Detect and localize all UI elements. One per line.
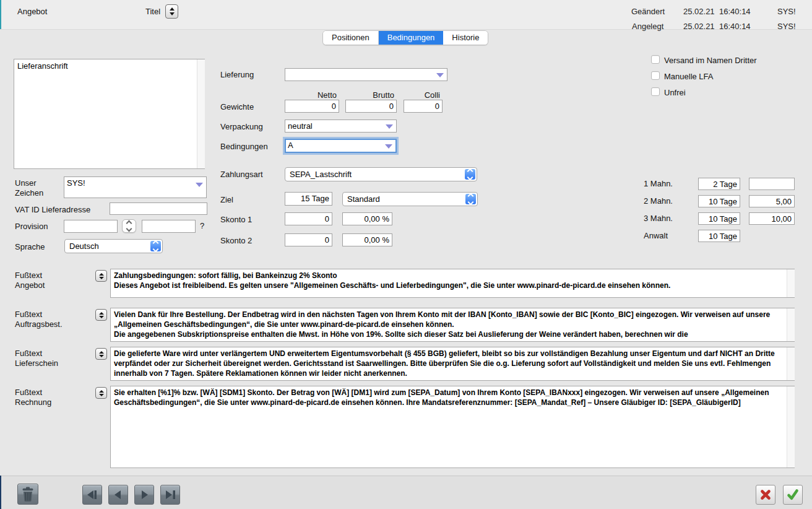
mahn2-label: 2 Mahn.	[644, 196, 673, 206]
provision-stepper[interactable]	[122, 219, 136, 233]
bedingungen-combobox[interactable]: A	[285, 139, 397, 153]
checkbox-versand-dritter-label: Versand im Namen Dritter	[664, 56, 757, 66]
next-record-button[interactable]	[134, 485, 154, 505]
gewichte-label: Gewichte	[220, 102, 254, 112]
checkbox-unfrei-label: Unfrei	[664, 88, 686, 98]
titel-stepper[interactable]	[165, 4, 178, 19]
mahn1-label: 1 Mahn.	[644, 179, 673, 189]
colli-field[interactable]: 0	[404, 100, 443, 113]
tab-bedingungen[interactable]: Bedingungen	[379, 31, 444, 45]
up-down-chevrons-icon	[127, 221, 131, 231]
mahn2-tage-field[interactable]: 10 Tage	[698, 195, 740, 207]
scrollbar-track[interactable]	[787, 308, 795, 341]
scrollbar-track[interactable]	[787, 386, 795, 468]
popup-chevrons-icon	[465, 194, 476, 204]
first-record-button[interactable]	[82, 485, 102, 505]
skonto1-label: Skonto 1	[220, 215, 252, 225]
unser-zeichen-label-line2: Zeichen	[15, 188, 43, 198]
fusstext-auftragsbest-stepper[interactable]	[95, 309, 107, 321]
delete-record-button[interactable]	[17, 484, 38, 505]
sprache-label: Sprache	[15, 242, 45, 252]
anwalt-label: Anwalt	[644, 231, 668, 241]
dropdown-arrow-icon	[386, 124, 393, 129]
netto-field[interactable]: 0	[285, 100, 339, 113]
checkbox-versand-dritter[interactable]	[651, 55, 660, 64]
modified-date: 25.02.21	[683, 7, 715, 17]
fusstext-rechnung-label-line2: Rechnung	[15, 398, 51, 407]
dropdown-arrow-icon	[385, 144, 392, 149]
mahn3-gebuehr-field[interactable]: 10,00	[749, 212, 795, 225]
previous-record-button[interactable]	[108, 485, 128, 505]
first-record-icon	[86, 489, 98, 500]
bedingungen-label: Bedingungen	[220, 142, 268, 152]
up-down-arrows-icon	[170, 7, 175, 15]
popup-chevrons-icon	[465, 169, 475, 180]
fusstext-rechnung-stepper[interactable]	[95, 387, 107, 399]
popup-chevrons-icon	[150, 241, 161, 251]
fusstext-auftragsbest-textarea[interactable]: Vielen Dank für Ihre Bestellung. Der End…	[110, 308, 795, 342]
fusstext-lieferschein-textarea[interactable]: Die gelieferte Ware wird unter verlänger…	[110, 347, 795, 381]
angebot-window: Angebot Titel Geändert 25.02.21 16:40:14…	[0, 0, 812, 509]
scrollbar-track[interactable]	[197, 59, 205, 168]
tab-historie[interactable]: Historie	[443, 31, 488, 45]
fusstext-angebot-stepper[interactable]	[95, 270, 107, 282]
confirm-button[interactable]	[783, 485, 803, 505]
mahn3-tage-field[interactable]: 10 Tage	[698, 212, 740, 225]
trash-icon	[21, 487, 35, 502]
mahn2-gebuehr-field[interactable]: 5,00	[749, 195, 795, 207]
verpackung-label: Verpackung	[220, 122, 263, 132]
scrollbar-track[interactable]	[787, 347, 795, 380]
fusstext-rechnung-textarea[interactable]: Sie erhalten [%1]% bzw. [WÄ] [SDM1] Skon…	[110, 386, 795, 468]
skonto1-tage-field[interactable]: 0	[285, 212, 332, 225]
unser-zeichen-combobox[interactable]: SYS!	[64, 176, 207, 198]
confirm-check-icon	[787, 489, 799, 501]
vat-id-field[interactable]	[110, 202, 207, 215]
scrollbar-track[interactable]	[787, 269, 795, 297]
modified-label: Geändert	[631, 7, 665, 17]
window-edge-bottom	[0, 476, 1, 509]
created-label: Angelegt	[632, 22, 663, 32]
checkbox-unfrei[interactable]	[651, 87, 660, 96]
fusstext-lieferschein-label-line2: Lieferschein	[15, 359, 58, 368]
window-edge-top	[0, 0, 1, 29]
mahn1-gebuehr-field[interactable]	[749, 178, 795, 190]
fusstext-angebot-textarea[interactable]: Zahlungsbedingungen: sofort fällig, bei …	[110, 269, 795, 298]
provision-label: Provision	[15, 222, 48, 232]
skonto1-prozent-field[interactable]: 0,00 %	[342, 212, 392, 225]
mahn1-tage-field[interactable]: 2 Tage	[698, 178, 740, 190]
verpackung-combobox[interactable]: neutral	[285, 120, 397, 133]
up-down-arrows-icon	[99, 351, 104, 357]
colli-header: Colli	[404, 90, 440, 100]
skonto2-tage-field[interactable]: 0	[285, 233, 332, 246]
last-record-icon	[164, 489, 176, 500]
brutto-header: Brutto	[345, 90, 394, 100]
ziel-field[interactable]: 15 Tage	[285, 192, 332, 206]
zahlungsart-label: Zahlungsart	[220, 170, 263, 180]
fusstext-lieferschein-stepper[interactable]	[95, 348, 107, 360]
tab-positionen[interactable]: Positionen	[323, 31, 379, 45]
last-record-button[interactable]	[160, 485, 180, 505]
dropdown-arrow-icon	[196, 183, 203, 187]
created-user: SYS!	[777, 22, 796, 32]
tab-bar: Positionen Bedingungen Historie	[322, 30, 488, 45]
modified-time: 16:40:14	[719, 7, 751, 17]
zahlungsart-popup[interactable]: SEPA_Lastschrift	[285, 167, 477, 181]
provision-help[interactable]: ?	[200, 221, 204, 231]
lieferung-label: Lieferung	[220, 70, 254, 80]
fusstext-auftragsbest-label-line2: Auftragsbest.	[15, 320, 63, 329]
ziel-mode-popup[interactable]: Standard	[342, 192, 478, 206]
skonto2-prozent-field[interactable]: 0,00 %	[342, 233, 392, 246]
lieferanschrift-textarea[interactable]: Lieferanschrift	[14, 59, 205, 169]
vat-id-label: VAT ID Lieferadresse	[15, 205, 90, 215]
brutto-field[interactable]: 0	[345, 100, 397, 113]
provision-field-2[interactable]	[142, 220, 196, 233]
lieferung-combobox[interactable]	[285, 68, 447, 81]
provision-field-1[interactable]	[64, 220, 118, 233]
anwalt-tage-field[interactable]: 10 Tage	[698, 230, 740, 242]
checkbox-manuelle-lfa[interactable]	[651, 71, 660, 80]
cancel-button[interactable]	[756, 485, 775, 505]
fusstext-angebot-label-line1: Fußtext	[15, 271, 42, 281]
sprache-popup[interactable]: Deutsch	[64, 239, 163, 253]
previous-record-icon	[112, 489, 124, 500]
netto-header: Netto	[285, 90, 337, 100]
